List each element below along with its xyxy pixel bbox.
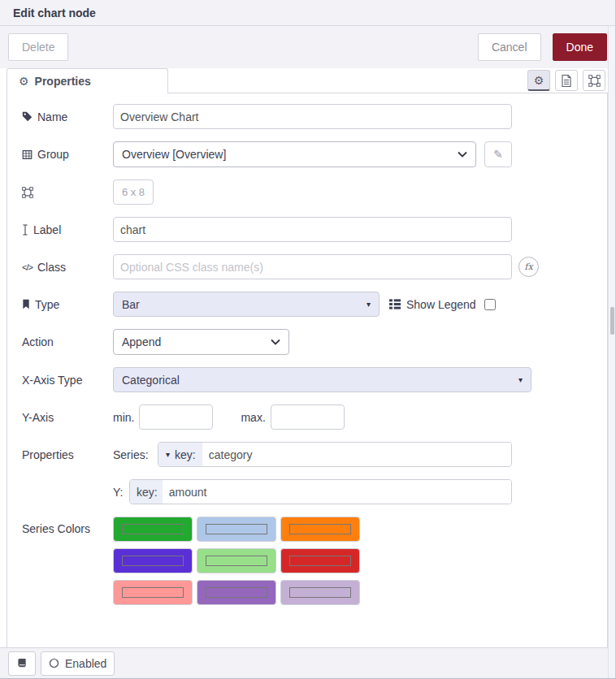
class-input[interactable]	[113, 254, 512, 279]
group-row: Group Overview [Overview] ✎	[7, 141, 607, 167]
yaxis-label: Y-Axis	[22, 411, 113, 424]
document-icon	[562, 75, 571, 87]
status-circle-icon	[49, 658, 59, 668]
node-help-button[interactable]	[8, 651, 36, 676]
color-input[interactable]	[289, 556, 351, 566]
type-row: Type Bar ▾ Show Legend	[7, 292, 607, 317]
series-row: Properties Series: ▾ key:	[7, 442, 607, 467]
name-row: Name	[7, 104, 607, 129]
enabled-toggle-button[interactable]: Enabled	[41, 651, 115, 676]
size-button[interactable]: 6 x 8	[113, 179, 154, 205]
yaxis-max-label: max.	[241, 411, 265, 424]
class-label: </> Class	[22, 261, 113, 274]
chevron-down-icon	[271, 339, 280, 345]
color-swatch[interactable]	[280, 548, 360, 573]
color-swatch[interactable]	[197, 517, 276, 542]
scrollbar-thumb[interactable]	[610, 307, 614, 335]
triangle-down-icon: ▾	[367, 301, 371, 309]
tag-icon	[22, 111, 33, 122]
label-input[interactable]	[113, 217, 512, 242]
size-icon	[22, 187, 33, 198]
action-select[interactable]: Append	[113, 329, 289, 355]
color-input[interactable]	[206, 587, 267, 598]
color-swatch[interactable]	[197, 548, 276, 573]
series-colors-label: Series Colors	[22, 517, 113, 535]
show-legend-group: Show Legend	[389, 298, 496, 311]
tab-properties-label: Properties	[35, 75, 91, 88]
code-icon: </>	[22, 262, 33, 272]
series-colors-grid	[113, 517, 360, 605]
action-label: Action	[22, 335, 113, 348]
pencil-icon: ✎	[493, 148, 503, 161]
color-input[interactable]	[122, 556, 184, 566]
done-button[interactable]: Done	[553, 33, 607, 61]
name-label: Name	[22, 110, 113, 123]
edit-chart-node-dialog: Edit chart node Delete Cancel Done ⚙ Pro…	[0, 0, 616, 679]
color-swatch[interactable]	[113, 548, 193, 573]
color-swatch[interactable]	[197, 580, 276, 605]
show-legend-label: Show Legend	[406, 298, 476, 311]
dialog-toolbar: Delete Cancel Done	[0, 26, 615, 68]
properties-tab-button[interactable]: ⚙	[527, 70, 550, 91]
yaxis-min-input[interactable]	[139, 404, 213, 430]
enabled-label: Enabled	[65, 657, 106, 670]
size-row: 6 x 8	[7, 179, 607, 205]
color-swatch[interactable]	[280, 580, 360, 605]
dialog-footer: Enabled	[0, 647, 615, 678]
tab-bar: ⚙ Properties ⚙	[0, 68, 615, 93]
label-label: Label	[22, 223, 113, 236]
edit-group-button[interactable]: ✎	[484, 141, 512, 167]
color-input[interactable]	[122, 587, 184, 598]
list-icon	[389, 299, 401, 309]
series-type-button[interactable]: ▾ key:	[158, 443, 202, 466]
color-input[interactable]	[206, 524, 267, 534]
type-label: Type	[22, 298, 113, 311]
color-input[interactable]	[122, 524, 184, 534]
xaxis-label: X-Axis Type	[22, 374, 113, 387]
appearance-tab-button[interactable]	[583, 70, 605, 91]
triangle-down-icon: ▾	[518, 376, 523, 384]
series-key-input[interactable]	[202, 443, 511, 466]
show-legend-checkbox[interactable]	[484, 299, 496, 310]
series-typed-input: ▾ key:	[158, 442, 512, 467]
color-input[interactable]	[289, 587, 351, 598]
book-icon	[17, 658, 28, 668]
class-row: </> Class fx	[7, 254, 607, 279]
color-swatch[interactable]	[113, 517, 193, 542]
yaxis-min-label: min.	[113, 411, 134, 424]
bookmark-icon	[22, 299, 30, 309]
properties-label: Properties	[22, 448, 113, 461]
color-input[interactable]	[206, 556, 267, 566]
xaxis-type-select[interactable]: Categorical ▾	[113, 367, 531, 392]
color-swatch[interactable]	[113, 580, 193, 605]
y-label: Y:	[113, 486, 129, 499]
fx-button[interactable]: fx	[518, 257, 539, 277]
yaxis-row: Y-Axis min. max.	[7, 404, 607, 430]
group-label: Group	[22, 148, 113, 161]
group-select[interactable]: Overview [Overview]	[113, 141, 476, 167]
scrollbar-track[interactable]	[608, 26, 615, 678]
tab-properties[interactable]: ⚙ Properties	[7, 68, 168, 93]
gear-icon: ⚙	[534, 75, 544, 86]
chevron-down-icon	[458, 151, 467, 158]
description-tab-button[interactable]	[555, 70, 578, 91]
label-row: Label	[7, 217, 607, 242]
cancel-button[interactable]: Cancel	[478, 33, 541, 61]
yaxis-max-input[interactable]	[271, 404, 345, 430]
delete-button[interactable]: Delete	[8, 33, 68, 61]
dialog-title: Edit chart node	[13, 6, 96, 19]
y-key-input[interactable]	[163, 480, 511, 504]
appearance-icon	[588, 75, 601, 87]
table-icon	[22, 149, 33, 160]
triangle-down-icon: ▾	[166, 451, 170, 459]
size-label	[22, 187, 113, 198]
fx-icon: fx	[524, 262, 532, 272]
color-input[interactable]	[289, 524, 351, 534]
y-key-prefix-button[interactable]: key:	[130, 480, 163, 504]
chart-type-select[interactable]: Bar ▾	[113, 292, 380, 317]
name-input[interactable]	[113, 104, 512, 129]
action-row: Action Append	[7, 329, 607, 355]
dialog-header: Edit chart node	[0, 0, 615, 26]
color-swatch[interactable]	[280, 517, 360, 542]
y-typed-input: key:	[129, 479, 512, 504]
